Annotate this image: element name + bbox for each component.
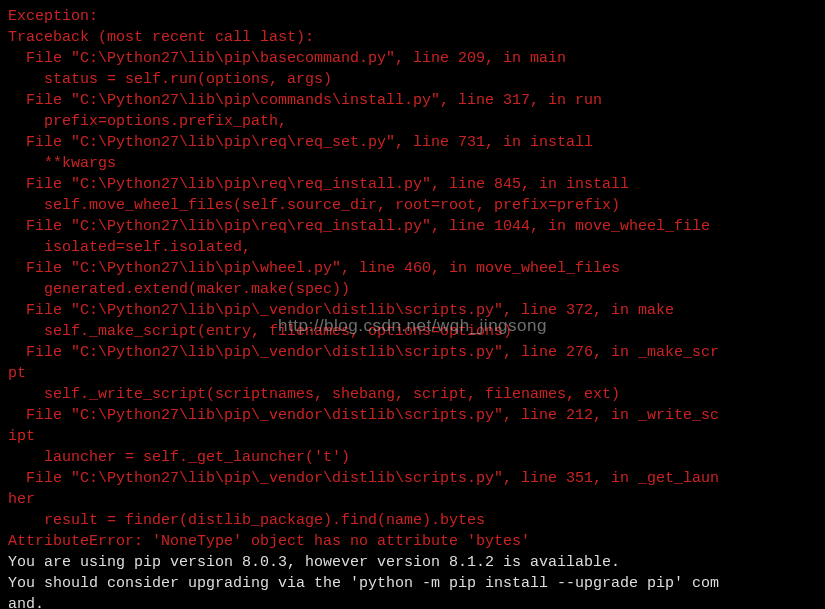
terminal-line: File "C:\Python27\lib\pip\_vendor\distli… [8,300,817,321]
terminal-line: File "C:\Python27\lib\pip\req\req_instal… [8,174,817,195]
terminal-line: File "C:\Python27\lib\pip\req\req_set.py… [8,132,817,153]
terminal-line: and. [8,594,817,609]
terminal-line: **kwargs [8,153,817,174]
terminal-line: result = finder(distlib_package).find(na… [8,510,817,531]
terminal-line: File "C:\Python27\lib\pip\_vendor\distli… [8,468,817,489]
terminal-line: pt [8,363,817,384]
terminal-line: You should consider upgrading via the 'p… [8,573,817,594]
terminal-line: status = self.run(options, args) [8,69,817,90]
terminal-line: self._write_script(scriptnames, shebang,… [8,384,817,405]
terminal-line: File "C:\Python27\lib\pip\_vendor\distli… [8,342,817,363]
terminal-line: File "C:\Python27\lib\pip\basecommand.py… [8,48,817,69]
terminal-output: http://blog.csdn.net/wqh_jingsong Except… [8,6,817,609]
terminal-line: launcher = self._get_launcher('t') [8,447,817,468]
terminal-line: File "C:\Python27\lib\pip\wheel.py", lin… [8,258,817,279]
terminal-line: self.move_wheel_files(self.source_dir, r… [8,195,817,216]
terminal-line: File "C:\Python27\lib\pip\_vendor\distli… [8,405,817,426]
terminal-line: generated.extend(maker.make(spec)) [8,279,817,300]
terminal-line: AttributeError: 'NoneType' object has no… [8,531,817,552]
terminal-line: You are using pip version 8.0.3, however… [8,552,817,573]
terminal-line: isolated=self.isolated, [8,237,817,258]
terminal-line: Traceback (most recent call last): [8,27,817,48]
terminal-line: ipt [8,426,817,447]
traceback-container: Exception:Traceback (most recent call la… [8,6,817,609]
terminal-line: File "C:\Python27\lib\pip\commands\insta… [8,90,817,111]
terminal-line: her [8,489,817,510]
terminal-line: prefix=options.prefix_path, [8,111,817,132]
terminal-line: Exception: [8,6,817,27]
terminal-line: self._make_script(entry, filenames, opti… [8,321,817,342]
terminal-line: File "C:\Python27\lib\pip\req\req_instal… [8,216,817,237]
